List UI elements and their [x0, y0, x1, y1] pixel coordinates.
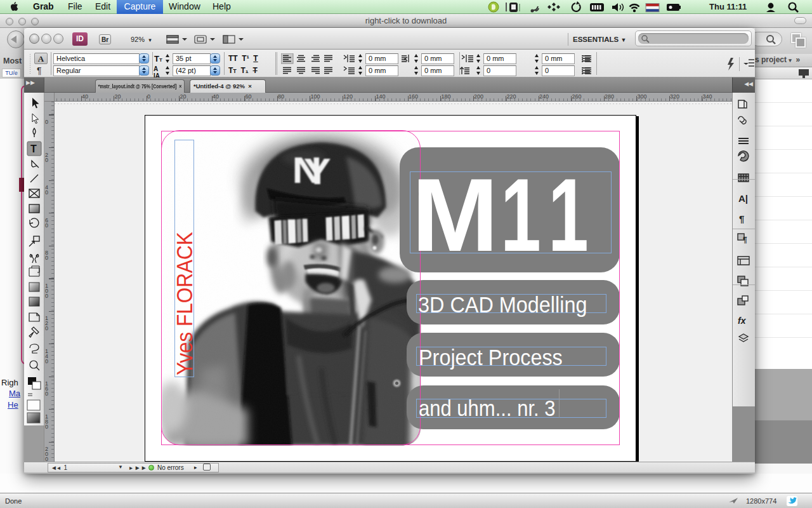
svg-text:Yves FLORACK: Yves FLORACK: [171, 232, 197, 375]
svg-text:3D CAD Modelling: 3D CAD Modelling: [418, 291, 587, 317]
svg-text:fx: fx: [738, 316, 747, 326]
svg-text:Project Process: Project Process: [419, 344, 563, 370]
svg-text:¶: ¶: [743, 236, 747, 244]
svg-text:1: 1: [548, 157, 589, 273]
svg-text:¶: ¶: [739, 213, 744, 224]
svg-text:T: T: [30, 144, 37, 154]
svg-text:and uhm... nr. 3: and uhm... nr. 3: [419, 396, 556, 421]
svg-text:M: M: [412, 157, 499, 273]
svg-text:A|: A|: [738, 193, 748, 204]
svg-text:1: 1: [501, 157, 541, 273]
